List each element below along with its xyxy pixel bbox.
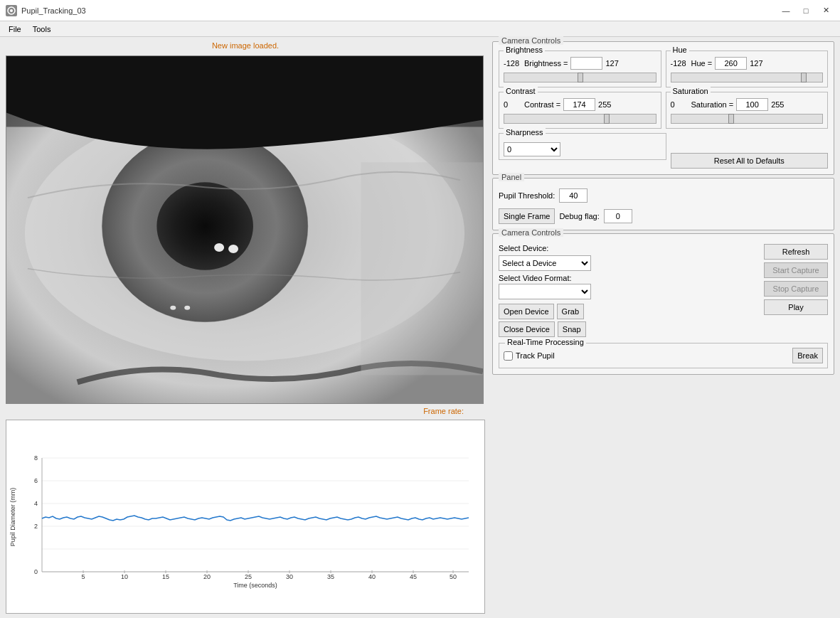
camera-controls-bottom-label: Camera Controls — [499, 228, 563, 237]
camera-controls-bottom-panel: Camera Controls Select Device: Select a … — [492, 233, 834, 375]
image-container — [6, 55, 484, 404]
cam-right-side: Refresh Start Capture Stop Capture Play — [764, 244, 828, 337]
brightness-slider[interactable] — [504, 73, 656, 82]
hue-eq-label: Hue = — [691, 59, 713, 68]
track-pupil-label: Track Pupil — [516, 351, 555, 360]
svg-text:45: 45 — [410, 573, 417, 580]
maximize-button[interactable]: □ — [797, 4, 814, 17]
saturation-eq-label: Saturation = — [691, 100, 734, 109]
start-capture-button[interactable]: Start Capture — [764, 262, 828, 278]
contrast-row: 0 Contrast = 255 — [504, 98, 656, 111]
saturation-slider[interactable] — [671, 114, 824, 124]
svg-point-9 — [228, 245, 238, 253]
svg-text:5: 5 — [81, 573, 85, 580]
main-content: New image loaded. — [0, 37, 840, 618]
menu-tools[interactable]: Tools — [27, 23, 57, 35]
hue-slider[interactable] — [671, 73, 824, 82]
sharpness-select[interactable]: 012345 — [504, 142, 560, 156]
svg-text:6: 6 — [34, 477, 38, 484]
video-format-label-row: Select Video Format: — [499, 274, 758, 282]
reset-all-button[interactable]: Reset All to Defaults — [671, 153, 829, 169]
camera-controls-rows: Brightness -128 Brightness = 127 Hue — [499, 50, 828, 87]
brightness-max: 127 — [605, 59, 623, 68]
frame-rate-label: Frame rate: — [423, 407, 464, 415]
break-button[interactable]: Break — [792, 348, 823, 363]
video-format-label: Select Video Format: — [499, 274, 572, 282]
single-frame-button[interactable]: Single Frame — [499, 208, 555, 224]
play-button[interactable]: Play — [764, 299, 828, 315]
camera-controls-top-panel: Camera Controls Brightness -128 Brightne… — [492, 41, 834, 175]
grab-button[interactable]: Grab — [557, 304, 584, 319]
device-select[interactable]: Select a Device — [499, 255, 591, 271]
svg-point-1 — [10, 9, 13, 12]
brightness-label: Brightness — [504, 46, 545, 54]
sharpness-group: Sharpness 012345 — [499, 133, 666, 160]
svg-rect-13 — [361, 162, 483, 375]
svg-point-8 — [214, 243, 224, 252]
brightness-slider-container — [504, 73, 656, 84]
threshold-input[interactable] — [559, 188, 588, 203]
svg-text:15: 15 — [162, 573, 169, 580]
threshold-label: Pupil Threshold: — [499, 191, 555, 200]
track-pupil-checkbox[interactable] — [504, 351, 513, 361]
contrast-input[interactable] — [563, 98, 595, 111]
panel-box: Panel Pupil Threshold: Single Frame Debu… — [492, 178, 834, 230]
brightness-group: Brightness -128 Brightness = 127 — [499, 50, 661, 87]
brightness-eq-label: Brightness = — [524, 59, 568, 68]
cam-left-side: Select Device: Select a Device Select Vi… — [499, 244, 758, 337]
open-device-button[interactable]: Open Device — [499, 304, 554, 319]
contrast-slider[interactable] — [504, 114, 656, 124]
window-controls: — □ ✕ — [777, 4, 834, 17]
svg-text:20: 20 — [203, 573, 211, 580]
chart-area: Pupil Diameter (mm) 8 6 4 2 0 — [6, 420, 485, 614]
eye-image — [6, 56, 483, 403]
sharpness-reset-row: Sharpness 012345 Reset All to Defaults — [499, 133, 828, 169]
hue-input[interactable] — [715, 57, 747, 70]
chart-svg: Pupil Diameter (mm) 8 6 4 2 0 — [6, 420, 484, 613]
svg-point-11 — [184, 306, 190, 310]
stop-capture-button[interactable]: Stop Capture — [764, 281, 828, 297]
title-bar: Pupil_Tracking_03 — □ ✕ — [0, 0, 840, 21]
right-panel: Camera Controls Brightness -128 Brightne… — [491, 37, 840, 618]
rt-processing-section: Real-Time Processing Track Pupil Break — [499, 343, 828, 368]
close-device-button[interactable]: Close Device — [499, 321, 555, 337]
debug-row: Single Frame Debug flag: — [499, 208, 828, 224]
cam-ctrl-layout: Select Device: Select a Device Select Vi… — [499, 244, 828, 337]
brightness-min: -128 — [504, 59, 521, 68]
svg-point-7 — [156, 182, 253, 270]
brightness-row: -128 Brightness = 127 — [504, 57, 656, 70]
svg-text:35: 35 — [327, 573, 334, 580]
brightness-input[interactable] — [570, 57, 602, 70]
menu-file[interactable]: File — [3, 23, 27, 35]
svg-text:2: 2 — [34, 523, 38, 530]
reset-container: Reset All to Defaults — [671, 133, 829, 169]
contrast-label: Contrast — [504, 87, 538, 95]
eye-svg — [6, 56, 483, 403]
contrast-group: Contrast 0 Contrast = 255 — [499, 92, 661, 129]
contrast-max: 255 — [598, 100, 616, 109]
device-buttons-row1: Open Device Grab — [499, 304, 758, 319]
device-buttons-row2: Close Device Snap — [499, 321, 758, 337]
svg-text:25: 25 — [245, 573, 252, 580]
status-message: New image loaded. — [6, 41, 485, 53]
title-bar-left: Pupil_Tracking_03 — [6, 5, 86, 16]
refresh-button[interactable]: Refresh — [764, 244, 828, 260]
frame-rate-bar: Frame rate: — [6, 404, 485, 418]
saturation-label: Saturation — [671, 87, 711, 95]
camera-controls-row2: Contrast 0 Contrast = 255 Saturation — [499, 92, 828, 129]
debug-input[interactable] — [604, 209, 632, 223]
saturation-group: Saturation 0 Saturation = 255 — [666, 92, 829, 129]
snap-button[interactable]: Snap — [558, 321, 586, 337]
svg-text:10: 10 — [121, 573, 128, 580]
saturation-slider-container — [671, 114, 824, 125]
svg-point-10 — [170, 306, 176, 310]
close-button[interactable]: ✕ — [817, 4, 834, 17]
video-format-select[interactable] — [499, 284, 591, 299]
saturation-min: 0 — [671, 100, 689, 109]
saturation-input[interactable] — [736, 98, 768, 111]
svg-text:0: 0 — [34, 568, 38, 575]
sharpness-label: Sharpness — [504, 128, 546, 137]
hue-row: -128 Hue = 127 — [671, 57, 824, 70]
svg-text:50: 50 — [450, 573, 457, 580]
minimize-button[interactable]: — — [777, 4, 794, 17]
